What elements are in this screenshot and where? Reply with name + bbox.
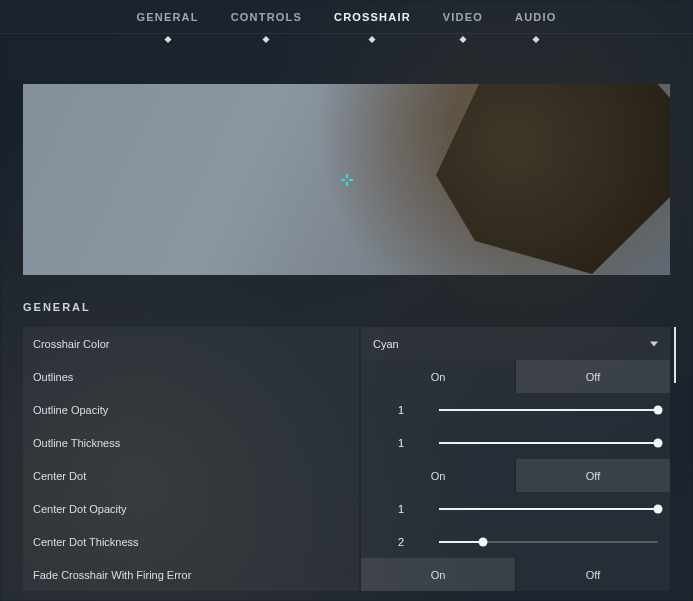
label-center-dot-opacity: Center Dot Opacity bbox=[23, 492, 359, 525]
scrollbar[interactable] bbox=[674, 327, 676, 383]
row-center-dot: Center Dot On Off bbox=[23, 459, 670, 492]
row-outline-thickness: Outline Thickness 1 bbox=[23, 426, 670, 459]
slider-thumb[interactable] bbox=[654, 504, 663, 513]
label-center-dot: Center Dot bbox=[23, 459, 359, 492]
toggle-outlines: On Off bbox=[361, 360, 670, 393]
toggle-fade-on[interactable]: On bbox=[361, 558, 515, 591]
tab-crosshair[interactable]: CROSSHAIR bbox=[334, 11, 411, 23]
label-outlines: Outlines bbox=[23, 360, 359, 393]
toggle-center-dot-on[interactable]: On bbox=[361, 459, 515, 492]
dropdown-crosshair-color[interactable]: Cyan bbox=[361, 327, 670, 360]
tab-general[interactable]: GENERAL bbox=[136, 11, 198, 23]
slider-value: 1 bbox=[373, 437, 429, 449]
chevron-down-icon bbox=[650, 341, 658, 346]
toggle-center-dot-off[interactable]: Off bbox=[516, 459, 670, 492]
toggle-fade-firing-error: On Off bbox=[361, 558, 670, 591]
row-fade-firing-error: Fade Crosshair With Firing Error On Off bbox=[23, 558, 670, 591]
slider-track[interactable] bbox=[439, 409, 658, 411]
slider-thumb[interactable] bbox=[654, 405, 663, 414]
preview-background-rock bbox=[410, 84, 670, 274]
settings-tabs: GENERAL CONTROLS CROSSHAIR VIDEO AUDIO bbox=[0, 0, 693, 34]
slider-track[interactable] bbox=[439, 508, 658, 510]
toggle-fade-off[interactable]: Off bbox=[516, 558, 670, 591]
slider-outline-opacity[interactable]: 1 bbox=[361, 393, 670, 426]
tab-video[interactable]: VIDEO bbox=[443, 11, 483, 23]
label-outline-thickness: Outline Thickness bbox=[23, 426, 359, 459]
slider-track[interactable] bbox=[439, 442, 658, 444]
toggle-outlines-on[interactable]: On bbox=[361, 360, 515, 393]
crosshair-icon bbox=[341, 174, 353, 186]
label-crosshair-color: Crosshair Color bbox=[23, 327, 359, 360]
row-outline-opacity: Outline Opacity 1 bbox=[23, 393, 670, 426]
slider-center-dot-thickness[interactable]: 2 bbox=[361, 525, 670, 558]
row-outlines: Outlines On Off bbox=[23, 360, 670, 393]
slider-value: 1 bbox=[373, 503, 429, 515]
tab-audio[interactable]: AUDIO bbox=[515, 11, 556, 23]
row-crosshair-color: Crosshair Color Cyan bbox=[23, 327, 670, 360]
slider-center-dot-opacity[interactable]: 1 bbox=[361, 492, 670, 525]
crosshair-preview bbox=[23, 84, 670, 275]
settings-list: Crosshair Color Cyan Outlines On Off bbox=[23, 327, 670, 591]
label-center-dot-thickness: Center Dot Thickness bbox=[23, 525, 359, 558]
row-center-dot-thickness: Center Dot Thickness 2 bbox=[23, 525, 670, 558]
slider-value: 2 bbox=[373, 536, 429, 548]
slider-thumb[interactable] bbox=[654, 438, 663, 447]
section-title-general: GENERAL bbox=[23, 301, 670, 313]
slider-value: 1 bbox=[373, 404, 429, 416]
tab-controls[interactable]: CONTROLS bbox=[231, 11, 302, 23]
slider-outline-thickness[interactable]: 1 bbox=[361, 426, 670, 459]
dropdown-value: Cyan bbox=[373, 338, 399, 350]
row-center-dot-opacity: Center Dot Opacity 1 bbox=[23, 492, 670, 525]
label-outline-opacity: Outline Opacity bbox=[23, 393, 359, 426]
toggle-center-dot: On Off bbox=[361, 459, 670, 492]
slider-thumb[interactable] bbox=[478, 537, 487, 546]
slider-track[interactable] bbox=[439, 541, 658, 543]
label-fade-firing-error: Fade Crosshair With Firing Error bbox=[23, 558, 359, 591]
toggle-outlines-off[interactable]: Off bbox=[516, 360, 670, 393]
